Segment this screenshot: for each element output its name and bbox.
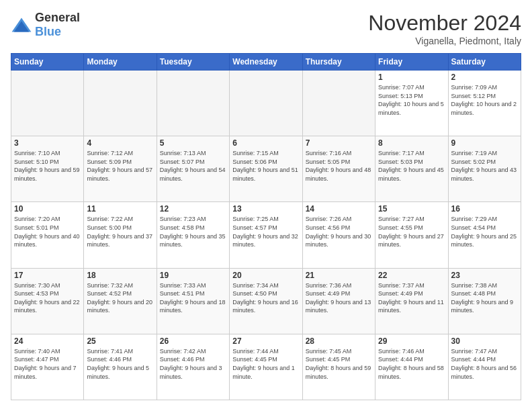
calendar-cell: 6Sunrise: 7:15 AMSunset: 5:06 PMDaylight… [230, 136, 302, 202]
day-info: Sunrise: 7:44 AMSunset: 4:45 PMDaylight:… [232, 347, 299, 381]
day-number: 7 [306, 138, 372, 148]
day-number: 11 [87, 204, 153, 214]
day-info: Sunrise: 7:38 AMSunset: 4:48 PMDaylight:… [451, 281, 518, 315]
calendar-cell: 17Sunrise: 7:30 AMSunset: 4:53 PMDayligh… [11, 268, 84, 334]
day-info: Sunrise: 7:40 AMSunset: 4:47 PMDaylight:… [14, 347, 81, 381]
day-number: 5 [160, 138, 226, 148]
col-header-saturday: Saturday [448, 54, 521, 71]
day-info: Sunrise: 7:13 AMSunset: 5:07 PMDaylight:… [160, 149, 226, 183]
day-number: 29 [378, 336, 445, 346]
calendar-cell: 29Sunrise: 7:46 AMSunset: 4:44 PMDayligh… [375, 334, 448, 400]
day-number: 27 [232, 336, 299, 346]
day-number: 21 [306, 271, 372, 280]
day-number: 22 [378, 271, 445, 280]
calendar-cell: 19Sunrise: 7:33 AMSunset: 4:51 PMDayligh… [157, 268, 229, 334]
calendar-cell: 7Sunrise: 7:16 AMSunset: 5:05 PMDaylight… [302, 136, 375, 202]
calendar-cell [11, 71, 84, 136]
day-info: Sunrise: 7:20 AMSunset: 5:01 PMDaylight:… [14, 215, 81, 248]
calendar-cell: 15Sunrise: 7:27 AMSunset: 4:55 PMDayligh… [375, 202, 448, 268]
calendar-cell: 13Sunrise: 7:25 AMSunset: 4:57 PMDayligh… [230, 202, 302, 268]
calendar-cell: 11Sunrise: 7:22 AMSunset: 5:00 PMDayligh… [84, 202, 157, 268]
calendar-cell [84, 71, 157, 136]
day-info: Sunrise: 7:23 AMSunset: 4:58 PMDaylight:… [160, 215, 226, 248]
calendar-header-row: SundayMondayTuesdayWednesdayThursdayFrid… [11, 54, 521, 71]
calendar-cell [230, 71, 302, 136]
calendar-cell: 28Sunrise: 7:45 AMSunset: 4:45 PMDayligh… [302, 334, 375, 400]
calendar-week-5: 24Sunrise: 7:40 AMSunset: 4:47 PMDayligh… [11, 334, 521, 400]
day-number: 17 [14, 271, 81, 280]
calendar-cell: 25Sunrise: 7:41 AMSunset: 4:46 PMDayligh… [84, 334, 157, 400]
calendar-cell: 2Sunrise: 7:09 AMSunset: 5:12 PMDaylight… [448, 71, 521, 136]
calendar-cell [157, 71, 229, 136]
calendar-week-2: 3Sunrise: 7:10 AMSunset: 5:10 PMDaylight… [11, 136, 521, 202]
calendar-cell: 10Sunrise: 7:20 AMSunset: 5:01 PMDayligh… [11, 202, 84, 268]
calendar-cell: 14Sunrise: 7:26 AMSunset: 4:56 PMDayligh… [302, 202, 375, 268]
day-number: 12 [160, 204, 226, 214]
day-number: 9 [451, 138, 518, 148]
day-info: Sunrise: 7:17 AMSunset: 5:03 PMDaylight:… [378, 149, 445, 183]
col-header-thursday: Thursday [302, 54, 375, 71]
day-number: 14 [306, 204, 372, 214]
location: Viganella, Piedmont, Italy [368, 36, 521, 46]
calendar-cell: 26Sunrise: 7:42 AMSunset: 4:46 PMDayligh… [157, 334, 229, 400]
col-header-tuesday: Tuesday [157, 54, 229, 71]
month-title: November 2024 [368, 11, 521, 36]
calendar-cell: 27Sunrise: 7:44 AMSunset: 4:45 PMDayligh… [230, 334, 302, 400]
col-header-wednesday: Wednesday [230, 54, 302, 71]
day-number: 10 [14, 204, 81, 214]
day-info: Sunrise: 7:07 AMSunset: 5:13 PMDaylight:… [378, 83, 445, 117]
day-info: Sunrise: 7:34 AMSunset: 4:50 PMDaylight:… [232, 281, 299, 315]
calendar-cell: 5Sunrise: 7:13 AMSunset: 5:07 PMDaylight… [157, 136, 229, 202]
day-info: Sunrise: 7:45 AMSunset: 4:45 PMDaylight:… [306, 347, 372, 381]
day-number: 15 [378, 204, 445, 214]
day-number: 13 [232, 204, 299, 214]
day-info: Sunrise: 7:36 AMSunset: 4:49 PMDaylight:… [306, 281, 372, 315]
day-info: Sunrise: 7:12 AMSunset: 5:09 PMDaylight:… [87, 149, 153, 183]
calendar-cell [302, 71, 375, 136]
day-info: Sunrise: 7:41 AMSunset: 4:46 PMDaylight:… [87, 347, 153, 381]
calendar-cell: 18Sunrise: 7:32 AMSunset: 4:52 PMDayligh… [84, 268, 157, 334]
header: General Blue November 2024 Viganella, Pi… [11, 11, 521, 46]
logo-general: General [35, 11, 80, 24]
day-info: Sunrise: 7:16 AMSunset: 5:05 PMDaylight:… [306, 149, 372, 183]
day-info: Sunrise: 7:27 AMSunset: 4:55 PMDaylight:… [378, 215, 445, 248]
day-number: 26 [160, 336, 226, 346]
day-info: Sunrise: 7:29 AMSunset: 4:54 PMDaylight:… [451, 215, 518, 248]
calendar-cell: 21Sunrise: 7:36 AMSunset: 4:49 PMDayligh… [302, 268, 375, 334]
day-info: Sunrise: 7:09 AMSunset: 5:12 PMDaylight:… [451, 83, 518, 117]
logo-blue: Blue [35, 25, 61, 38]
col-header-monday: Monday [84, 54, 157, 71]
day-info: Sunrise: 7:22 AMSunset: 5:00 PMDaylight:… [87, 215, 153, 248]
day-info: Sunrise: 7:42 AMSunset: 4:46 PMDaylight:… [160, 347, 226, 381]
day-info: Sunrise: 7:25 AMSunset: 4:57 PMDaylight:… [232, 215, 299, 248]
title-section: November 2024 Viganella, Piedmont, Italy [368, 11, 521, 46]
calendar-cell: 22Sunrise: 7:37 AMSunset: 4:49 PMDayligh… [375, 268, 448, 334]
day-number: 24 [14, 336, 81, 346]
page: General Blue November 2024 Viganella, Pi… [0, 0, 532, 411]
day-info: Sunrise: 7:32 AMSunset: 4:52 PMDaylight:… [87, 281, 153, 315]
logo: General Blue [11, 11, 80, 39]
day-number: 18 [87, 271, 153, 280]
calendar-week-3: 10Sunrise: 7:20 AMSunset: 5:01 PMDayligh… [11, 202, 521, 268]
day-info: Sunrise: 7:26 AMSunset: 4:56 PMDaylight:… [306, 215, 372, 248]
logo-text: General Blue [35, 11, 80, 39]
day-number: 16 [451, 204, 518, 214]
day-info: Sunrise: 7:15 AMSunset: 5:06 PMDaylight:… [232, 149, 299, 183]
day-number: 30 [451, 336, 518, 346]
day-number: 6 [232, 138, 299, 148]
day-number: 28 [306, 336, 372, 346]
calendar-cell: 24Sunrise: 7:40 AMSunset: 4:47 PMDayligh… [11, 334, 84, 400]
day-number: 3 [14, 138, 81, 148]
calendar-cell: 9Sunrise: 7:19 AMSunset: 5:02 PMDaylight… [448, 136, 521, 202]
calendar-cell: 30Sunrise: 7:47 AMSunset: 4:44 PMDayligh… [448, 334, 521, 400]
day-info: Sunrise: 7:19 AMSunset: 5:02 PMDaylight:… [451, 149, 518, 183]
calendar-cell: 12Sunrise: 7:23 AMSunset: 4:58 PMDayligh… [157, 202, 229, 268]
day-info: Sunrise: 7:10 AMSunset: 5:10 PMDaylight:… [14, 149, 81, 183]
day-number: 1 [378, 73, 445, 82]
day-info: Sunrise: 7:33 AMSunset: 4:51 PMDaylight:… [160, 281, 226, 315]
day-number: 2 [451, 73, 518, 82]
day-number: 4 [87, 138, 153, 148]
calendar-cell: 1Sunrise: 7:07 AMSunset: 5:13 PMDaylight… [375, 71, 448, 136]
day-number: 23 [451, 271, 518, 280]
logo-icon [11, 17, 32, 33]
